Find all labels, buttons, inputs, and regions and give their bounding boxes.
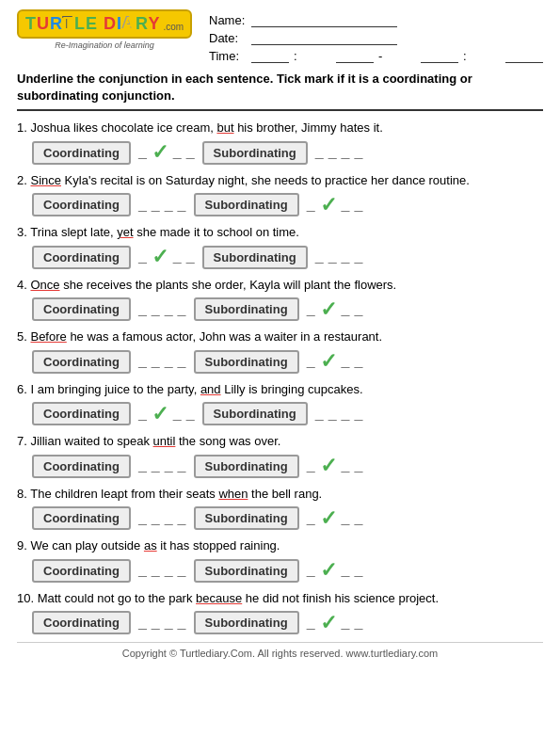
- header: TURTLE DIARY .com Re-Imagination of lear…: [17, 9, 543, 63]
- coord-btn-6[interactable]: Coordinating: [32, 402, 131, 425]
- check-icon-subord-9: ✓: [320, 560, 337, 581]
- coord-btn-8[interactable]: Coordinating: [32, 506, 131, 530]
- coord-check-6: _✓__: [138, 404, 195, 425]
- coord-check-4: ____: [138, 301, 186, 318]
- question-8: 8. The children leapt from their seats w…: [17, 485, 543, 531]
- date-line: [251, 32, 397, 45]
- question-text-2: 2. Since Kyla's recital is on Saturday n…: [17, 171, 543, 190]
- coord-btn-7[interactable]: Coordinating: [32, 455, 131, 478]
- subord-btn-2[interactable]: Subordinating: [194, 193, 299, 216]
- coord-check-5: ____: [138, 353, 186, 370]
- check-icon-coord-1: ✓: [152, 142, 168, 163]
- answer-row-3: Coordinating_✓__Subordinating____: [32, 246, 543, 269]
- check-icon-subord-8: ✓: [320, 508, 337, 529]
- subord-check-6: ____: [315, 406, 363, 423]
- subord-btn-3[interactable]: Subordinating: [202, 246, 308, 269]
- subord-check-2: _✓__: [307, 195, 363, 216]
- conjunction-7: until: [153, 434, 176, 448]
- question-7: 7. Jillian waited to speak until the son…: [17, 432, 543, 478]
- time-row: Time: : - :: [209, 49, 543, 63]
- question-text-10: 10. Matt could not go to the park becaus…: [17, 589, 543, 608]
- question-4: 4. Once she receives the plants she orde…: [17, 276, 543, 322]
- question-text-4: 4. Once she receives the plants she orde…: [17, 276, 543, 295]
- check-icon-coord-3: ✓: [152, 247, 168, 267]
- coord-check-8: ____: [138, 510, 186, 527]
- subord-check-8: _✓__: [307, 508, 363, 529]
- subord-btn-6[interactable]: Subordinating: [202, 402, 308, 425]
- page: TURTLE DIARY .com Re-Imagination of lear…: [0, 0, 560, 668]
- time-label: Time:: [209, 49, 247, 63]
- answer-row-2: Coordinating____Subordinating_✓__: [32, 193, 543, 216]
- question-1: 1. Joshua likes chocolate ice cream, but…: [17, 119, 543, 165]
- subord-btn-9[interactable]: Subordinating: [194, 559, 299, 583]
- answer-row-9: Coordinating____Subordinating_✓__: [32, 559, 543, 583]
- answer-row-4: Coordinating____Subordinating_✓__: [32, 297, 543, 321]
- question-text-8: 8. The children leapt from their seats w…: [17, 485, 543, 504]
- question-text-5: 5. Before he was a famous actor, John wa…: [17, 328, 543, 346]
- question-5: 5. Before he was a famous actor, John wa…: [17, 328, 543, 374]
- coord-btn-1[interactable]: Coordinating: [32, 141, 131, 165]
- coord-check-3: _✓__: [138, 247, 195, 267]
- coord-btn-2[interactable]: Coordinating: [32, 193, 131, 216]
- date-label: Date:: [209, 31, 247, 45]
- coord-check-7: ____: [138, 457, 186, 474]
- time-h1: [251, 50, 289, 63]
- footer: Copyright © Turtlediary.Com. All rights …: [17, 642, 543, 659]
- check-icon-subord-4: ✓: [320, 299, 337, 320]
- coord-btn-3[interactable]: Coordinating: [32, 246, 131, 269]
- coord-btn-10[interactable]: Coordinating: [32, 611, 131, 634]
- conjunction-4: Once: [30, 278, 59, 292]
- subord-btn-10[interactable]: Subordinating: [194, 611, 299, 634]
- subord-check-7: _✓__: [307, 456, 363, 476]
- time-h2: [421, 50, 458, 63]
- question-text-9: 9. We can play outside as it has stopped…: [17, 537, 543, 555]
- logo-box: TURTLE DIARY .com: [17, 9, 192, 39]
- conjunction-6: and: [200, 382, 221, 396]
- answer-row-7: Coordinating____Subordinating_✓__: [32, 455, 543, 478]
- name-label: Name:: [209, 13, 247, 27]
- subord-btn-5[interactable]: Subordinating: [194, 350, 299, 374]
- check-icon-subord-7: ✓: [320, 456, 337, 476]
- subord-check-3: ____: [315, 248, 363, 265]
- logo-com: .com: [163, 22, 184, 32]
- question-10: 10. Matt could not go to the park becaus…: [17, 589, 543, 635]
- conjunction-10: because: [196, 591, 242, 605]
- conjunction-3: yet: [117, 225, 133, 239]
- coord-check-2: ____: [138, 197, 186, 214]
- coord-btn-9[interactable]: Coordinating: [32, 559, 131, 583]
- question-6: 6. I am bringing juice to the party, and…: [17, 380, 543, 426]
- conjunction-5: Before: [30, 329, 66, 344]
- answer-row-5: Coordinating____Subordinating_✓__: [32, 350, 543, 374]
- coord-check-10: ____: [138, 615, 186, 632]
- date-row: Date:: [209, 31, 543, 45]
- questions-container: 1. Joshua likes chocolate ice cream, but…: [17, 119, 543, 634]
- question-text-6: 6. I am bringing juice to the party, and…: [17, 380, 543, 399]
- question-3: 3. Trina slept late, yet she made it to …: [17, 223, 543, 269]
- subord-check-9: _✓__: [307, 560, 363, 581]
- check-icon-subord-10: ✓: [320, 613, 337, 633]
- subord-btn-8[interactable]: Subordinating: [194, 506, 299, 530]
- logo-area: TURTLE DIARY .com Re-Imagination of lear…: [17, 9, 192, 50]
- name-line: [251, 14, 397, 27]
- conjunction-9: as: [144, 538, 157, 553]
- subord-check-1: ____: [315, 144, 363, 161]
- instruction: Underline the conjunction in each senten…: [17, 71, 543, 111]
- conjunction-2: Since: [30, 173, 61, 187]
- coord-btn-4[interactable]: Coordinating: [32, 297, 131, 321]
- coord-btn-5[interactable]: Coordinating: [32, 350, 131, 374]
- answer-row-8: Coordinating____Subordinating_✓__: [32, 506, 543, 530]
- answer-row-1: Coordinating_✓__Subordinating____: [32, 141, 543, 165]
- question-text-1: 1. Joshua likes chocolate ice cream, but…: [17, 119, 543, 137]
- check-icon-subord-2: ✓: [320, 195, 337, 216]
- question-text-7: 7. Jillian waited to speak until the son…: [17, 432, 543, 451]
- answer-row-10: Coordinating____Subordinating_✓__: [32, 611, 543, 634]
- answer-row-6: Coordinating_✓__Subordinating____: [32, 402, 543, 425]
- question-text-3: 3. Trina slept late, yet she made it to …: [17, 223, 543, 242]
- time-m1: [336, 50, 374, 63]
- question-2: 2. Since Kyla's recital is on Saturday n…: [17, 171, 543, 217]
- logo-tagline: Re-Imagination of learning: [55, 40, 154, 50]
- name-fields: Name: Date: Time: : - :: [209, 9, 543, 63]
- subord-btn-7[interactable]: Subordinating: [194, 455, 299, 478]
- subord-btn-1[interactable]: Subordinating: [202, 141, 308, 165]
- subord-btn-4[interactable]: Subordinating: [194, 297, 299, 321]
